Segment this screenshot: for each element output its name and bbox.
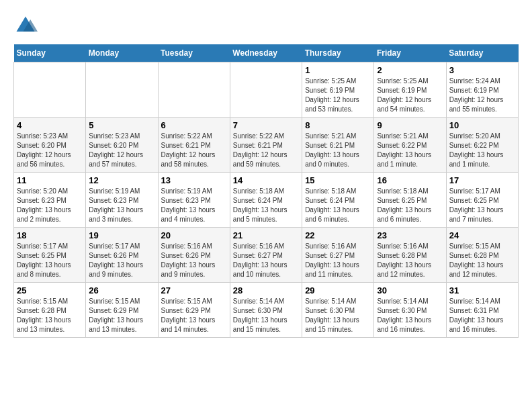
day-number: 19 xyxy=(89,230,154,240)
day-number: 6 xyxy=(161,120,227,130)
day-info: Sunrise: 5:14 AM Sunset: 6:30 PM Dayligh… xyxy=(305,297,371,334)
day-info: Sunrise: 5:15 AM Sunset: 6:28 PM Dayligh… xyxy=(17,297,83,334)
logo-icon xyxy=(13,13,38,38)
day-cell: 30Sunrise: 5:14 AM Sunset: 6:30 PM Dayli… xyxy=(374,283,446,338)
day-cell: 24Sunrise: 5:15 AM Sunset: 6:28 PM Dayli… xyxy=(446,228,518,283)
day-cell: 18Sunrise: 5:17 AM Sunset: 6:25 PM Dayli… xyxy=(14,228,86,283)
day-info: Sunrise: 5:22 AM Sunset: 6:21 PM Dayligh… xyxy=(161,132,227,169)
day-number: 22 xyxy=(305,230,371,240)
day-info: Sunrise: 5:18 AM Sunset: 6:24 PM Dayligh… xyxy=(305,187,371,224)
day-cell: 28Sunrise: 5:14 AM Sunset: 6:30 PM Dayli… xyxy=(230,283,302,338)
day-info: Sunrise: 5:16 AM Sunset: 6:27 PM Dayligh… xyxy=(233,242,299,279)
day-number: 10 xyxy=(449,120,515,130)
day-info: Sunrise: 5:23 AM Sunset: 6:20 PM Dayligh… xyxy=(17,132,83,169)
day-number: 20 xyxy=(161,230,227,240)
day-number: 2 xyxy=(377,65,443,75)
day-info: Sunrise: 5:21 AM Sunset: 6:22 PM Dayligh… xyxy=(377,132,443,169)
day-cell xyxy=(230,62,302,118)
day-cell: 9Sunrise: 5:21 AM Sunset: 6:22 PM Daylig… xyxy=(374,118,446,173)
day-info: Sunrise: 5:21 AM Sunset: 6:21 PM Dayligh… xyxy=(305,132,371,169)
day-number: 18 xyxy=(17,230,83,240)
day-info: Sunrise: 5:20 AM Sunset: 6:23 PM Dayligh… xyxy=(17,187,83,224)
day-cell xyxy=(14,62,86,118)
day-number: 4 xyxy=(17,120,83,130)
day-info: Sunrise: 5:16 AM Sunset: 6:26 PM Dayligh… xyxy=(161,242,227,279)
day-info: Sunrise: 5:20 AM Sunset: 6:22 PM Dayligh… xyxy=(449,132,515,169)
day-info: Sunrise: 5:14 AM Sunset: 6:31 PM Dayligh… xyxy=(449,297,515,334)
col-header-wednesday: Wednesday xyxy=(230,44,302,62)
col-header-friday: Friday xyxy=(374,44,446,62)
day-cell: 15Sunrise: 5:18 AM Sunset: 6:24 PM Dayli… xyxy=(302,173,374,228)
day-cell: 11Sunrise: 5:20 AM Sunset: 6:23 PM Dayli… xyxy=(14,173,86,228)
day-info: Sunrise: 5:17 AM Sunset: 6:25 PM Dayligh… xyxy=(449,187,515,224)
day-cell: 1Sunrise: 5:25 AM Sunset: 6:19 PM Daylig… xyxy=(302,62,374,118)
day-number: 9 xyxy=(377,120,443,130)
day-info: Sunrise: 5:17 AM Sunset: 6:26 PM Dayligh… xyxy=(89,242,154,279)
day-info: Sunrise: 5:18 AM Sunset: 6:25 PM Dayligh… xyxy=(377,187,443,224)
day-number: 16 xyxy=(377,175,443,185)
day-info: Sunrise: 5:23 AM Sunset: 6:20 PM Dayligh… xyxy=(89,132,154,169)
day-cell: 17Sunrise: 5:17 AM Sunset: 6:25 PM Dayli… xyxy=(446,173,518,228)
day-number: 31 xyxy=(449,285,515,295)
day-number: 15 xyxy=(305,175,371,185)
day-number: 26 xyxy=(89,285,154,295)
day-number: 24 xyxy=(449,230,515,240)
day-number: 3 xyxy=(449,65,515,75)
day-cell: 27Sunrise: 5:15 AM Sunset: 6:29 PM Dayli… xyxy=(158,283,230,338)
day-cell: 22Sunrise: 5:16 AM Sunset: 6:27 PM Dayli… xyxy=(302,228,374,283)
day-number: 1 xyxy=(305,65,371,75)
day-info: Sunrise: 5:19 AM Sunset: 6:23 PM Dayligh… xyxy=(161,187,227,224)
day-number: 11 xyxy=(17,175,83,185)
day-number: 12 xyxy=(89,175,154,185)
day-info: Sunrise: 5:25 AM Sunset: 6:19 PM Dayligh… xyxy=(377,77,443,114)
day-cell: 5Sunrise: 5:23 AM Sunset: 6:20 PM Daylig… xyxy=(86,118,158,173)
day-info: Sunrise: 5:15 AM Sunset: 6:29 PM Dayligh… xyxy=(89,297,154,334)
day-number: 25 xyxy=(17,285,83,295)
week-row-3: 11Sunrise: 5:20 AM Sunset: 6:23 PM Dayli… xyxy=(14,173,519,228)
week-row-2: 4Sunrise: 5:23 AM Sunset: 6:20 PM Daylig… xyxy=(14,118,519,173)
day-cell: 4Sunrise: 5:23 AM Sunset: 6:20 PM Daylig… xyxy=(14,118,86,173)
day-number: 5 xyxy=(89,120,154,130)
day-number: 30 xyxy=(377,285,443,295)
day-cell: 2Sunrise: 5:25 AM Sunset: 6:19 PM Daylig… xyxy=(374,62,446,118)
col-header-thursday: Thursday xyxy=(302,44,374,62)
day-info: Sunrise: 5:14 AM Sunset: 6:30 PM Dayligh… xyxy=(377,297,443,334)
logo xyxy=(13,13,40,38)
day-cell: 19Sunrise: 5:17 AM Sunset: 6:26 PM Dayli… xyxy=(86,228,158,283)
day-cell: 10Sunrise: 5:20 AM Sunset: 6:22 PM Dayli… xyxy=(446,118,518,173)
day-number: 23 xyxy=(377,230,443,240)
day-info: Sunrise: 5:25 AM Sunset: 6:19 PM Dayligh… xyxy=(305,77,371,114)
day-number: 13 xyxy=(161,175,227,185)
day-cell: 8Sunrise: 5:21 AM Sunset: 6:21 PM Daylig… xyxy=(302,118,374,173)
week-row-5: 25Sunrise: 5:15 AM Sunset: 6:28 PM Dayli… xyxy=(14,283,519,338)
day-cell: 21Sunrise: 5:16 AM Sunset: 6:27 PM Dayli… xyxy=(230,228,302,283)
day-cell: 3Sunrise: 5:24 AM Sunset: 6:19 PM Daylig… xyxy=(446,62,518,118)
header xyxy=(13,13,519,38)
col-header-saturday: Saturday xyxy=(446,44,518,62)
day-info: Sunrise: 5:16 AM Sunset: 6:27 PM Dayligh… xyxy=(305,242,371,279)
day-cell: 23Sunrise: 5:16 AM Sunset: 6:28 PM Dayli… xyxy=(374,228,446,283)
day-info: Sunrise: 5:16 AM Sunset: 6:28 PM Dayligh… xyxy=(377,242,443,279)
day-info: Sunrise: 5:19 AM Sunset: 6:23 PM Dayligh… xyxy=(89,187,154,224)
day-number: 21 xyxy=(233,230,299,240)
calendar-table: SundayMondayTuesdayWednesdayThursdayFrid… xyxy=(13,44,519,338)
day-cell: 6Sunrise: 5:22 AM Sunset: 6:21 PM Daylig… xyxy=(158,118,230,173)
day-info: Sunrise: 5:14 AM Sunset: 6:30 PM Dayligh… xyxy=(233,297,299,334)
day-cell: 14Sunrise: 5:18 AM Sunset: 6:24 PM Dayli… xyxy=(230,173,302,228)
day-cell xyxy=(158,62,230,118)
day-info: Sunrise: 5:18 AM Sunset: 6:24 PM Dayligh… xyxy=(233,187,299,224)
day-cell: 20Sunrise: 5:16 AM Sunset: 6:26 PM Dayli… xyxy=(158,228,230,283)
day-info: Sunrise: 5:17 AM Sunset: 6:25 PM Dayligh… xyxy=(17,242,83,279)
day-cell: 16Sunrise: 5:18 AM Sunset: 6:25 PM Dayli… xyxy=(374,173,446,228)
day-info: Sunrise: 5:15 AM Sunset: 6:28 PM Dayligh… xyxy=(449,242,515,279)
day-number: 28 xyxy=(233,285,299,295)
col-header-sunday: Sunday xyxy=(14,44,86,62)
day-cell: 12Sunrise: 5:19 AM Sunset: 6:23 PM Dayli… xyxy=(86,173,158,228)
day-info: Sunrise: 5:24 AM Sunset: 6:19 PM Dayligh… xyxy=(449,77,515,114)
header-row: SundayMondayTuesdayWednesdayThursdayFrid… xyxy=(14,44,519,62)
col-header-tuesday: Tuesday xyxy=(158,44,230,62)
day-cell: 26Sunrise: 5:15 AM Sunset: 6:29 PM Dayli… xyxy=(86,283,158,338)
day-number: 29 xyxy=(305,285,371,295)
day-number: 8 xyxy=(305,120,371,130)
day-cell: 7Sunrise: 5:22 AM Sunset: 6:21 PM Daylig… xyxy=(230,118,302,173)
